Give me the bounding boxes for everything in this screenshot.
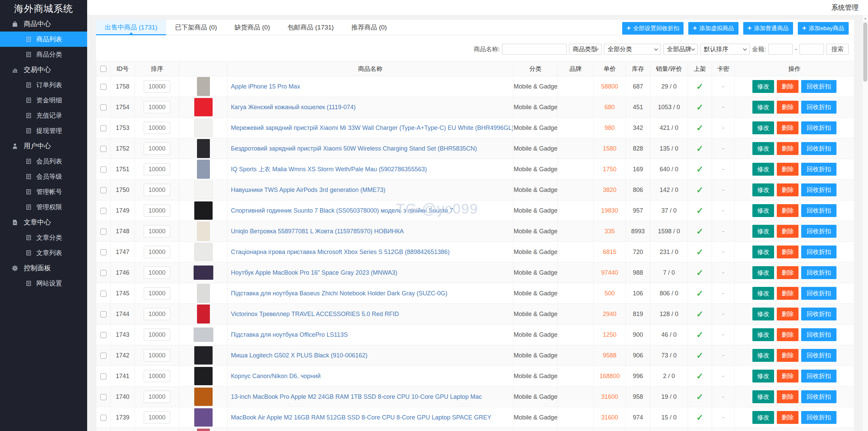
sort-input[interactable]	[144, 349, 170, 361]
delete-button[interactable]: 删除	[777, 121, 798, 134]
recycle-discount-button[interactable]: 回收折扣	[801, 101, 836, 114]
delete-button[interactable]: 删除	[777, 390, 798, 403]
delete-button[interactable]: 删除	[777, 142, 798, 155]
edit-button[interactable]: 修改	[752, 142, 774, 155]
sidebar-item[interactable]: 资金明细	[0, 93, 87, 108]
tab[interactable]: 推荐商品 (0)	[342, 20, 396, 35]
sort-input[interactable]	[144, 80, 170, 93]
delete-button[interactable]: 删除	[777, 411, 798, 424]
row-checkbox[interactable]	[100, 146, 106, 152]
edit-button[interactable]: 修改	[752, 121, 774, 134]
sidebar-group[interactable]: 用户中心	[0, 138, 87, 154]
recycle-discount-button[interactable]: 回收折扣	[801, 246, 836, 258]
product-name-link[interactable]: Бездротовий зарядний пристрій Xiaomi 50W…	[231, 145, 477, 152]
product-name-link[interactable]: MacBook Air Apple M2 16GB RAM 512GB SSD …	[231, 414, 491, 421]
sort-input[interactable]	[144, 225, 170, 237]
sidebar-item[interactable]: 会员等级	[0, 169, 87, 184]
edit-button[interactable]: 修改	[752, 225, 774, 238]
edit-button[interactable]: 修改	[752, 308, 774, 320]
product-type-select[interactable]: 商品类型	[569, 44, 601, 55]
recycle-discount-button[interactable]: 回收折扣	[801, 183, 836, 196]
sort-input[interactable]	[144, 391, 170, 403]
system-admin-menu[interactable]: 系统管理	[831, 3, 859, 12]
sidebar-group[interactable]: 控制面板	[0, 260, 87, 276]
delete-button[interactable]: 删除	[777, 370, 798, 383]
sort-order-select[interactable]: 默认排序	[700, 44, 750, 55]
edit-button[interactable]: 修改	[752, 287, 774, 300]
row-checkbox[interactable]	[100, 208, 106, 214]
sidebar-item[interactable]: 提现管理	[0, 123, 87, 138]
sidebar-item[interactable]: 网站设置	[0, 276, 87, 291]
sort-input[interactable]	[144, 267, 170, 279]
delete-button[interactable]: 删除	[777, 183, 798, 196]
recycle-discount-button[interactable]: 回收折扣	[801, 204, 836, 217]
recycle-discount-button[interactable]: 回收折扣	[801, 80, 836, 93]
row-checkbox[interactable]	[100, 353, 106, 359]
delete-button[interactable]: 删除	[777, 349, 798, 362]
action-button[interactable]: + 全部设置回收折扣	[622, 22, 684, 35]
product-name-link[interactable]: IQ Sports 上衣 Malia Wmns XS Storm Weth/Pa…	[231, 166, 427, 173]
product-name-link[interactable]: Victorinox Тревеллер TRAVEL ACCESSORIES …	[231, 311, 399, 317]
recycle-discount-button[interactable]: 回收折扣	[801, 411, 836, 424]
product-name-link[interactable]: Підставка для ноутбука OfficePro LS113S	[231, 331, 348, 338]
sidebar-group[interactable]: 文章中心	[0, 215, 87, 230]
recycle-discount-button[interactable]: 回收折扣	[801, 225, 836, 238]
sidebar-item[interactable]: 文章分类	[0, 230, 87, 245]
product-name-link[interactable]: Apple iPhone 15 Pro Max	[231, 83, 300, 90]
select-all-checkbox[interactable]	[100, 66, 106, 72]
row-checkbox[interactable]	[100, 332, 106, 338]
row-checkbox[interactable]	[100, 394, 106, 400]
product-name-link[interactable]: Кагуа Женский кожаный кошелек (1119-074)	[231, 104, 356, 111]
edit-button[interactable]: 修改	[752, 328, 774, 341]
row-checkbox[interactable]	[100, 187, 106, 193]
row-checkbox[interactable]	[100, 270, 106, 276]
edit-button[interactable]: 修改	[752, 101, 774, 114]
brand-select[interactable]: 全部品牌	[663, 44, 698, 55]
recycle-discount-button[interactable]: 回收折扣	[801, 349, 836, 362]
recycle-discount-button[interactable]: 回收折扣	[801, 287, 836, 300]
sort-input[interactable]	[144, 184, 170, 196]
edit-button[interactable]: 修改	[752, 390, 774, 403]
delete-button[interactable]: 删除	[777, 80, 798, 93]
sort-input[interactable]	[144, 101, 170, 113]
scroll-up-arrow-icon[interactable]: ▲	[863, 15, 868, 20]
sort-input[interactable]	[144, 308, 170, 320]
sidebar-item[interactable]: 充值记录	[0, 108, 87, 123]
delete-button[interactable]: 删除	[777, 163, 798, 176]
sort-input[interactable]	[144, 329, 170, 341]
sidebar-item[interactable]: 管理权限	[0, 199, 87, 215]
row-checkbox[interactable]	[100, 229, 106, 235]
action-button[interactable]: + 添加虚拟商品	[688, 22, 738, 35]
sidebar-item[interactable]: 文章列表	[0, 245, 87, 260]
sidebar-group[interactable]: 商品中心	[0, 16, 87, 32]
sidebar-item[interactable]: 商品列表	[0, 32, 87, 47]
delete-button[interactable]: 删除	[777, 287, 798, 300]
recycle-discount-button[interactable]: 回收折扣	[801, 163, 836, 176]
edit-button[interactable]: 修改	[752, 370, 774, 383]
sort-input[interactable]	[144, 163, 170, 175]
edit-button[interactable]: 修改	[752, 80, 774, 93]
row-checkbox[interactable]	[100, 373, 106, 379]
sort-input[interactable]	[144, 142, 170, 155]
delete-button[interactable]: 删除	[777, 328, 798, 341]
edit-button[interactable]: 修改	[752, 411, 774, 424]
recycle-discount-button[interactable]: 回收折扣	[801, 328, 836, 341]
edit-button[interactable]: 修改	[752, 204, 774, 217]
search-button[interactable]: 搜索	[826, 44, 849, 55]
sort-input[interactable]	[144, 411, 170, 424]
vertical-scrollbar[interactable]: ▲	[862, 15, 868, 431]
row-checkbox[interactable]	[100, 84, 106, 90]
product-name-link[interactable]: Підставка для ноутбука Baseus Zhichi Not…	[231, 290, 447, 297]
product-name-link[interactable]: Ноутбук Apple MacBook Pro 16" Space Gray…	[231, 269, 397, 276]
edit-button[interactable]: 修改	[752, 349, 774, 362]
delete-button[interactable]: 删除	[777, 101, 798, 114]
edit-button[interactable]: 修改	[752, 266, 774, 279]
sidebar-item[interactable]: 订单列表	[0, 77, 87, 93]
amount-max-input[interactable]	[800, 44, 824, 55]
tab[interactable]: 出售中商品 (1731)	[96, 20, 166, 35]
delete-button[interactable]: 删除	[777, 246, 798, 258]
sort-input[interactable]	[144, 370, 170, 382]
product-name-link[interactable]: Спортивний годинник Suunto 7 Black (SS05…	[231, 207, 453, 214]
sort-input[interactable]	[144, 246, 170, 258]
recycle-discount-button[interactable]: 回收折扣	[801, 308, 836, 320]
